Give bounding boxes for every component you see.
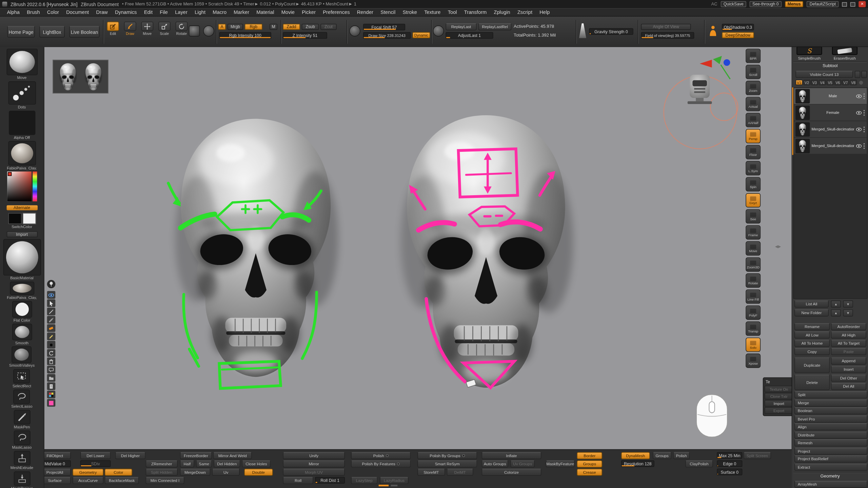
freezeborder-button[interactable]: FreezeBorder [180, 452, 212, 459]
menu-light[interactable]: Light [191, 9, 209, 15]
visible-count-slider[interactable]: Visible Count 13 [795, 71, 853, 78]
subtool-row-male[interactable]: Male [794, 88, 867, 105]
tray-move[interactable]: Move [6, 49, 37, 81]
mergedown-button[interactable]: MergeDown [180, 469, 211, 476]
auto-groups-button[interactable]: Auto Groups [481, 460, 508, 467]
replay-icon[interactable] [433, 25, 444, 37]
mode-draw-button[interactable]: Draw [123, 22, 137, 36]
subtool-options-icon[interactable] [863, 142, 865, 149]
menu-layer[interactable]: Layer [172, 9, 191, 15]
subtool-version-tab-v6[interactable]: V6 [834, 80, 841, 85]
shelf-bpr-button[interactable]: BPR [746, 49, 761, 63]
shelf-see-button[interactable]: See [746, 209, 761, 223]
sculpt-canvas[interactable]: ◀▶ [44, 47, 792, 449]
tray-flat-color[interactable]: Flat Color [12, 301, 32, 324]
subtool-version-tab-v8[interactable]: V8 [850, 80, 857, 85]
eraser-brush-thumbnail[interactable] [832, 46, 857, 55]
remesh-button[interactable]: Remesh [794, 439, 868, 446]
max-25-min-slider[interactable]: Max 25 Min [717, 452, 742, 459]
subtool-options-icon[interactable] [863, 126, 865, 133]
draw-size-slider[interactable]: Draw Size 228.31243 [363, 32, 411, 39]
tray-smoothvalleys[interactable]: SmoothValleys [9, 346, 35, 369]
unify-button[interactable]: Unify [283, 452, 345, 459]
zremesher-button[interactable]: ZRemesher [145, 460, 178, 467]
dynamesh-button[interactable]: DynaMesh [621, 452, 650, 459]
mode-scale-button[interactable]: Scale [158, 22, 171, 36]
distribute-button[interactable]: Distribute [794, 431, 868, 439]
stroke-preview-icon[interactable] [189, 25, 200, 37]
live-boolean-button[interactable]: Live Boolean [69, 26, 100, 38]
adjust-last-slider[interactable]: AdjustLast 1 [446, 32, 493, 39]
all-to-target-button[interactable]: All To Target [831, 340, 866, 347]
tray-color-picker[interactable] [7, 171, 37, 204]
subtool-mini-icon-b[interactable] [861, 71, 867, 78]
color-picker[interactable] [7, 171, 37, 201]
secondary-color-swatch[interactable] [22, 213, 36, 224]
tray-meshextrude[interactable]: MeshExtrude [11, 451, 33, 471]
backfacemask-button[interactable]: BackfaceMask [105, 477, 139, 484]
quick-pin-button[interactable] [47, 280, 55, 288]
subtool-options-icon[interactable] [863, 109, 865, 116]
border-button[interactable]: Border [577, 452, 602, 459]
visibility-eye-icon[interactable] [856, 127, 862, 131]
subtool-version-tab-v3[interactable]: V3 [811, 80, 818, 85]
del-lower-button[interactable]: Del Lower [80, 452, 111, 459]
menu-alpha[interactable]: Alpha [3, 9, 23, 15]
close-icon[interactable]: × [859, 1, 866, 7]
copy-button[interactable]: Copy [794, 348, 830, 355]
z-intensity-slider[interactable]: Z Intensity 51 [283, 32, 327, 39]
boolean-button[interactable]: Boolean [794, 407, 868, 414]
smart-resym-button[interactable]: Smart ReSym [417, 460, 477, 467]
rename-button[interactable]: Rename [794, 323, 830, 330]
colorize-button[interactable]: Colorize [481, 469, 541, 476]
zsub-button[interactable]: Zsub [302, 24, 319, 30]
focal-shift-slider[interactable]: Focal Shift 57 [363, 24, 405, 30]
close-holes-button[interactable]: Close Holes [242, 460, 271, 467]
quick-swatch-button[interactable] [47, 399, 55, 407]
align-button[interactable]: Align [794, 423, 868, 430]
shelf-move-button[interactable]: Move [746, 241, 761, 256]
geometry-button[interactable]: Geometry [73, 469, 103, 476]
delete-button[interactable]: Delete [794, 374, 830, 390]
m-button[interactable]: M [270, 24, 277, 30]
deep-shadow-button[interactable]: DeepShadow [722, 32, 754, 38]
menus-button[interactable]: Menus [785, 1, 804, 7]
polish-by-features-button[interactable]: Polish By Features [351, 460, 411, 467]
menu-marker[interactable]: Marker [230, 9, 253, 15]
project-basrelief-button[interactable]: Project BasRelief [794, 455, 868, 463]
shelf-gxyz-button[interactable]: Gxyz [746, 193, 761, 207]
menu-zplugin[interactable]: Zplugin [490, 9, 514, 15]
shelf-line-fill-button[interactable]: Line Fill [746, 289, 761, 304]
mirror-and-weld-button[interactable]: Mirror And Weld [213, 452, 252, 459]
menu-document[interactable]: Document [63, 9, 93, 15]
shelf-solo-button[interactable]: Solo [746, 338, 761, 352]
menu-dynamics[interactable]: Dynamics [111, 9, 140, 15]
quick-dot-button[interactable] [47, 341, 55, 349]
shelf-spin-button[interactable]: Spin [746, 177, 761, 191]
see-through-slider[interactable]: See-through 0 [750, 1, 782, 7]
tray-selectlasso[interactable]: SelectLasso [11, 389, 32, 410]
extract-button[interactable]: Extract [794, 464, 868, 471]
menu-transform[interactable]: Transform [460, 9, 490, 15]
surface-0-slider[interactable]: Surface 0 [717, 469, 742, 475]
tray-switchcolor[interactable]: SwitchColor [8, 212, 36, 230]
polish-by-groups-button[interactable]: Polish By Groups [417, 452, 477, 459]
subtool-row-female[interactable]: Female [794, 105, 867, 121]
split-hidden-button[interactable]: Split Hidden [145, 469, 178, 476]
del-hidden-button[interactable]: Del Hidden [214, 460, 240, 467]
tray-selectrect[interactable]: SelectRect [13, 369, 31, 389]
stroke-thumbnail[interactable]: S [796, 46, 822, 55]
tray-fabiopaiva-clay[interactable]: FabioPaiva_Clay, [7, 282, 37, 301]
menu-tool[interactable]: Tool [444, 9, 460, 15]
focal-shift-icon[interactable] [349, 25, 360, 37]
delmt-button[interactable]: DelMT [447, 469, 473, 476]
lightbox-button[interactable]: LightBox [39, 26, 65, 38]
autoreorder-button[interactable]: AutoReorder [831, 323, 866, 330]
uv-button[interactable]: Uv [212, 469, 240, 476]
replay-last-rel-button[interactable]: ReplayLastRel [478, 23, 512, 30]
shelf-l-sym-button[interactable]: L.Sym [746, 161, 761, 175]
alpha-preview-icon[interactable] [203, 25, 214, 37]
quicksave-button[interactable]: QuickSave [721, 1, 747, 7]
mode-move-button[interactable]: Move [141, 22, 154, 36]
menu-brush[interactable]: Brush [23, 9, 44, 15]
